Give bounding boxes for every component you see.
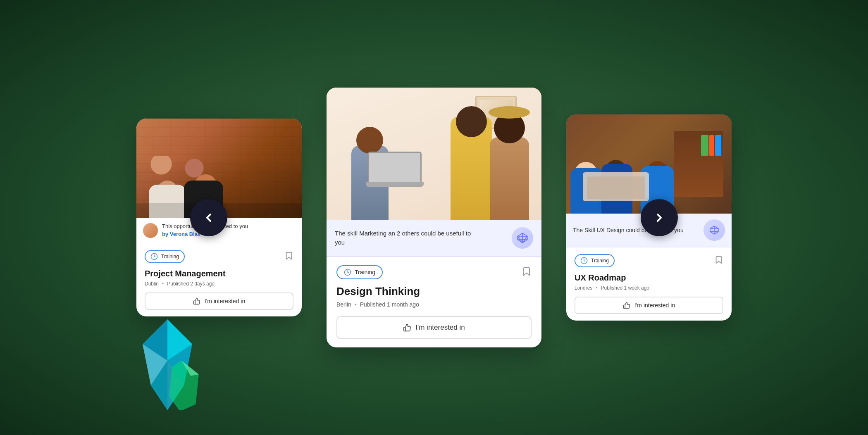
bookmark-icon-center: [522, 266, 532, 276]
chevron-left-icon: [202, 211, 215, 224]
chevron-right-icon: [653, 211, 666, 224]
training-tag-center: Training: [336, 265, 383, 279]
interested-button-right[interactable]: I'm interested in: [575, 297, 723, 314]
card-center-body: Training Design Thinking Berlin • Publis…: [327, 257, 541, 347]
interested-label-center: I'm interested in: [415, 323, 465, 332]
card-right-location: Londres: [575, 285, 592, 291]
dot-left: •: [162, 281, 164, 287]
card-right-body: Training UX Roadmap Londres • Published …: [566, 247, 732, 321]
card-center-image: [327, 88, 541, 220]
card-center-meta: Berlin • Published 1 month ago: [336, 301, 532, 308]
interested-label-right: I'm interested in: [634, 302, 675, 309]
tag-row-right: Training: [575, 254, 723, 267]
bookmark-right[interactable]: [714, 255, 723, 266]
carousel-container: This opportunity is suggested to you by …: [0, 0, 868, 435]
thumbs-up-icon-center: [403, 323, 411, 332]
crystal-decoration: [130, 319, 205, 410]
skill-banner-text-center: The skill Marketing an 2 others could be…: [335, 229, 475, 247]
suggestion-avatar: [143, 223, 158, 238]
tag-label-right: Training: [591, 258, 609, 264]
interested-label-left: I'm interested in: [205, 298, 245, 304]
card-right-meta: Londres • Published 1 week ago: [575, 285, 723, 291]
training-tag-left: Training: [145, 250, 185, 263]
ux-roadmap-image: [566, 114, 732, 214]
bookmark-center[interactable]: [522, 266, 532, 278]
thumbs-up-icon-left: [193, 297, 200, 305]
tag-row-center: Training: [336, 265, 532, 279]
prev-arrow-button[interactable]: [190, 199, 227, 236]
training-icon-center: [344, 269, 351, 276]
thumbs-up-icon-right: [623, 302, 630, 309]
card-right-published: Published 1 week ago: [601, 285, 649, 291]
card-left-location: Dublin: [145, 281, 159, 287]
tag-row-left: Training: [145, 250, 293, 263]
training-icon-left: [150, 253, 158, 260]
card-right-image: [566, 114, 732, 214]
skill-icon-right: [703, 219, 725, 241]
skill-banner-center: The skill Marketing an 2 others could be…: [327, 220, 541, 257]
interested-button-left[interactable]: I'm interested in: [145, 292, 293, 310]
card-left-published: Published 2 days ago: [167, 281, 215, 287]
design-thinking-image: [327, 88, 541, 220]
tag-label-left: Training: [161, 254, 179, 259]
training-icon-right: [580, 257, 588, 264]
dot-center: •: [355, 301, 357, 308]
bookmark-icon-right: [714, 255, 723, 264]
dot-right: •: [596, 285, 597, 291]
polyhedron-icon-center: [517, 232, 528, 244]
bookmark-left[interactable]: [284, 251, 293, 262]
card-right-title: UX Roadmap: [575, 273, 723, 283]
card-center: The skill Marketing an 2 others could be…: [327, 88, 541, 347]
bookmark-icon-left: [284, 251, 293, 260]
next-arrow-button[interactable]: [641, 199, 678, 236]
card-center-title: Design Thinking: [336, 285, 532, 298]
interested-button-center[interactable]: I'm interested in: [336, 316, 532, 339]
card-left-body: Training Project Management Dublin • Pub…: [136, 243, 302, 316]
card-center-location: Berlin: [336, 301, 351, 308]
skill-icon-center: [512, 227, 533, 249]
training-tag-right: Training: [575, 254, 615, 267]
polyhedron-icon-right: [709, 225, 719, 235]
card-left-title: Project Management: [145, 269, 293, 278]
card-left-meta: Dublin • Published 2 days ago: [145, 281, 293, 287]
tag-label-center: Training: [355, 269, 375, 276]
card-center-published: Published 1 month ago: [360, 301, 419, 308]
